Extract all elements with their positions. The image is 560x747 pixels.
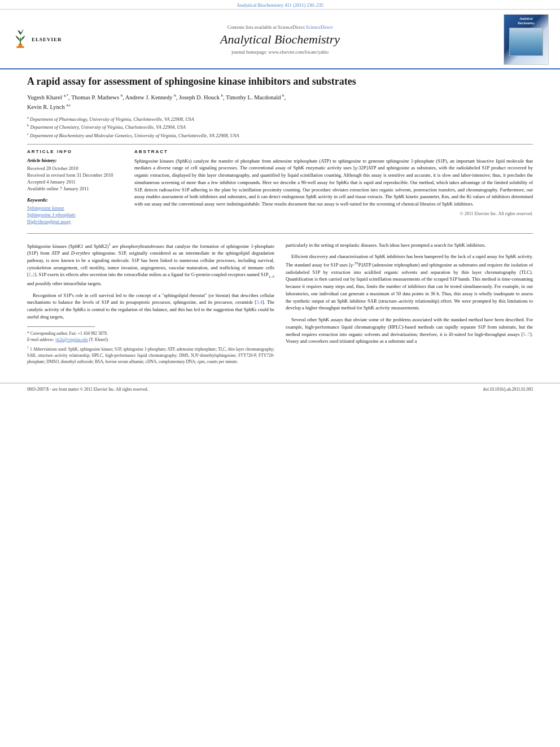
body-para-col2-1: particularly in the setting of neoplasti… bbox=[286, 242, 533, 249]
footnote-abbrev: 1 1 Abbreviations used: SphK, sphingosin… bbox=[27, 345, 274, 365]
footnote-email: E-mail address: yk2n@virginia.edu (Y. Kh… bbox=[27, 337, 274, 343]
history-label: Article history: bbox=[27, 158, 123, 163]
main-content: A rapid assay for assessment of sphingos… bbox=[0, 69, 560, 376]
body-content: Sphingosine kinases (SphK1 and SphK2)1 a… bbox=[27, 242, 533, 365]
footnote-divider bbox=[27, 326, 95, 327]
keyword-s1p[interactable]: Sphingosine 1-phosphate bbox=[27, 212, 123, 217]
body-col-right: particularly in the setting of neoplasti… bbox=[286, 242, 533, 365]
keywords-section: Keywords: Sphingosine kinase Sphingosine… bbox=[27, 197, 123, 224]
elsevier-logo: ELSEVIER bbox=[11, 28, 79, 51]
keyword-sphingosine-kinase[interactable]: Sphingosine kinase bbox=[27, 205, 123, 211]
email-link[interactable]: yk2n@virginia.edu bbox=[55, 337, 88, 342]
article-info-header: ARTICLE INFO bbox=[27, 149, 123, 154]
footer-bar: 0003-2697/$ - see front matter © 2011 El… bbox=[0, 383, 560, 395]
abstract-column: ABSTRACT Sphingosine kinases (SphKs) cat… bbox=[134, 149, 533, 225]
body-col-left: Sphingosine kinases (SphK1 and SphK2)1 a… bbox=[27, 242, 274, 365]
journal-homepage: journal homepage: www.elsevier.com/locat… bbox=[79, 49, 481, 55]
affiliation-b: b Department of Chemistry, University of… bbox=[27, 123, 533, 131]
footnote-asterisk: * Corresponding author. Fax: +1 434 982 … bbox=[27, 330, 274, 337]
info-abstract-section: ARTICLE INFO Article history: Received 2… bbox=[27, 149, 533, 225]
elsevier-tree-icon bbox=[11, 28, 29, 51]
journal-header-center: Contents lists available at ScienceDirec… bbox=[79, 24, 481, 55]
history-available: Available online 7 January 2011 bbox=[27, 186, 123, 191]
affiliation-a: a Department of Pharmacology, University… bbox=[27, 115, 533, 123]
authors-line: Yugesh Kharel a,*, Thomas P. Mathews b, … bbox=[27, 93, 533, 111]
journal-header-right: AnalyticalBiochemistry bbox=[481, 14, 549, 65]
abstract-header: ABSTRACT bbox=[134, 149, 533, 154]
keywords-label: Keywords: bbox=[27, 197, 123, 203]
article-title: A rapid assay for assessment of sphingos… bbox=[27, 75, 533, 88]
footer-doi: doi:10.1016/j.ab.2011.01.003 bbox=[483, 387, 533, 392]
elsevier-logo-area: ELSEVIER bbox=[11, 28, 79, 51]
body-para-col2-3: Several other SphK assays that obviate s… bbox=[286, 316, 533, 345]
journal-cover-image: AnalyticalBiochemistry bbox=[504, 14, 549, 65]
header-divider bbox=[27, 144, 533, 145]
abstract-text: Sphingosine kinases (SphKs) catalyze the… bbox=[134, 158, 533, 208]
history-revised: Received in revised form 31 December 201… bbox=[27, 172, 123, 178]
top-strip: Analytical Biochemistry 411 (2011) 230–2… bbox=[0, 0, 560, 10]
journal-header: ELSEVIER Contents lists available at Sci… bbox=[0, 10, 560, 69]
affiliations: a Department of Pharmacology, University… bbox=[27, 115, 533, 139]
article-info-column: ARTICLE INFO Article history: Received 2… bbox=[27, 149, 123, 225]
body-para-2: Recognition of S1P's role in cell surviv… bbox=[27, 292, 274, 321]
keyword-hts[interactable]: High-throughput assay bbox=[27, 219, 123, 224]
copyright-line: © 2011 Elsevier Inc. All rights reserved… bbox=[134, 211, 533, 216]
contents-line: Contents lists available at ScienceDirec… bbox=[79, 24, 481, 30]
body-divider bbox=[27, 233, 533, 234]
footer-issn: 0003-2697/$ - see front matter © 2011 El… bbox=[27, 387, 148, 392]
citation-text: Analytical Biochemistry 411 (2011) 230–2… bbox=[237, 2, 323, 8]
affiliation-c: c Department of Biochemistry and Molecul… bbox=[27, 131, 533, 139]
history-accepted: Accepted 4 January 2011 bbox=[27, 179, 123, 185]
journal-title: Analytical Biochemistry bbox=[79, 32, 481, 47]
body-para-col2-2: Efficient discovery and characterization… bbox=[286, 253, 533, 312]
footnotes: * Corresponding author. Fax: +1 434 982 … bbox=[27, 330, 274, 365]
elsevier-text: ELSEVIER bbox=[32, 37, 62, 42]
sciencedirect-link[interactable]: ScienceDirect bbox=[306, 24, 333, 30]
body-para-1: Sphingosine kinases (SphK1 and SphK2)1 a… bbox=[27, 242, 274, 287]
cover-title: AnalyticalBiochemistry bbox=[509, 17, 543, 56]
history-received: Received 28 October 2010 bbox=[27, 165, 123, 171]
